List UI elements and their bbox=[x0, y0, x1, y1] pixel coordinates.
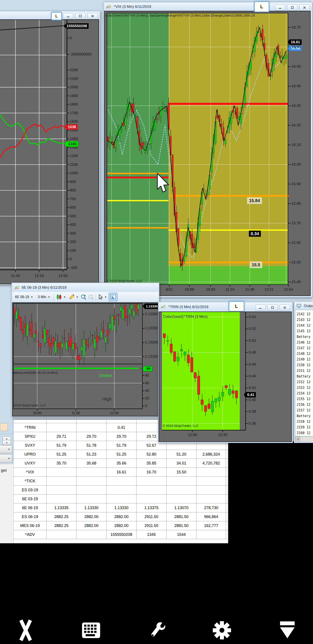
value-cell: 15.50 bbox=[167, 468, 197, 476]
zoom-in-button[interactable] bbox=[80, 294, 87, 300]
dropdown-select-1[interactable]: ▼ bbox=[0, 445, 12, 454]
adv-chart-area[interactable]: 0-20000000002200210020001900180017001600… bbox=[0, 19, 99, 284]
black-region-right bbox=[226, 441, 313, 544]
output-line: 2157 12 bbox=[297, 408, 313, 413]
snapshot-button[interactable] bbox=[109, 293, 117, 301]
axis-label: 0.50 bbox=[249, 338, 256, 343]
output-line: 2143 12 bbox=[297, 317, 313, 323]
axis-label: 900 bbox=[70, 180, 76, 184]
quantity-stepper[interactable]: ▲ ▼ bbox=[2, 436, 11, 445]
value-cell bbox=[46, 494, 76, 503]
drawing-tools-button[interactable]: ▼ bbox=[68, 293, 79, 301]
output-content[interactable]: 2142 122143 122144 122145 12Battery2146 … bbox=[295, 310, 313, 436]
color-swatch-box[interactable] bbox=[0, 423, 8, 431]
window-title: ^TRIN (3 Min) 6/11/2019 bbox=[168, 305, 208, 309]
value-cell bbox=[167, 477, 197, 486]
value-cell: 2882.25 bbox=[46, 521, 76, 530]
symbol-cell: 6E 03-19 bbox=[14, 494, 46, 503]
axis-label: 15.50 bbox=[292, 260, 301, 265]
output-line: 2148 12 bbox=[297, 351, 313, 356]
output-line: 2160 12 bbox=[297, 430, 313, 436]
dropdown-select-2[interactable]: ▼ bbox=[0, 454, 12, 462]
value-cell bbox=[167, 494, 197, 503]
output-hscrollbar[interactable]: ◄ bbox=[295, 436, 313, 442]
sixe-chart-area[interactable]: BatteryLevel2(6E 06-19 (3 Min)) Online H… bbox=[12, 302, 158, 416]
value-cell bbox=[76, 477, 106, 486]
symbol-cell: MES 06-19 bbox=[14, 521, 46, 530]
scroll-left-arrow[interactable]: ◄ bbox=[296, 436, 300, 441]
table-row[interactable]: ES 06-192882.252882.002882.002911.502881… bbox=[14, 512, 228, 521]
minimize-button[interactable] bbox=[275, 4, 285, 11]
trin-chart-area[interactable]: ColorZone2(^TRIN (3 Min)) © 2019 NinjaTr… bbox=[159, 312, 292, 442]
output-line: Battery bbox=[297, 334, 313, 340]
value-cell: 51.25 bbox=[46, 450, 76, 459]
value-cell bbox=[46, 477, 76, 486]
chart-icon bbox=[160, 304, 167, 310]
chart-style-button[interactable]: ▼ bbox=[55, 293, 67, 301]
table-row[interactable]: ^VIX16.6116.7015.50 bbox=[14, 468, 228, 477]
table-row[interactable]: ES 03-19 bbox=[14, 486, 228, 494]
vix-price-badge-high: 16.61 bbox=[288, 40, 302, 45]
value-cell bbox=[167, 486, 197, 494]
close-button[interactable] bbox=[280, 304, 290, 311]
table-row[interactable]: ^TICK bbox=[14, 477, 228, 486]
axis-label: 0 bbox=[145, 404, 147, 408]
online-status-label: Online bbox=[99, 373, 112, 378]
time-label: 12:00 bbox=[106, 411, 123, 416]
stepper-down-icon[interactable]: ▼ bbox=[3, 441, 11, 445]
close-icon[interactable] bbox=[15, 618, 36, 642]
output-titlebar[interactable]: Output bbox=[295, 302, 313, 310]
maximize-button[interactable] bbox=[75, 13, 86, 19]
toolbar-separator bbox=[54, 294, 54, 300]
settings-gear-icon[interactable] bbox=[212, 618, 232, 642]
table-row[interactable]: MES 06-192882.252882.002882.002911.50288… bbox=[14, 521, 228, 530]
trin-chart-window: ^TRIN (3 Min) 6/11/2019 L ColorZone2(^TR… bbox=[158, 302, 293, 443]
symbol-cell: ES 06-19 bbox=[14, 512, 46, 521]
trin-link-button[interactable]: L bbox=[229, 301, 244, 312]
table-row[interactable]: 6E 03-19 bbox=[14, 494, 228, 504]
value-cell: 1.13335 bbox=[46, 504, 76, 512]
time-label: 11:43 bbox=[7, 274, 24, 278]
cursor-mode-button[interactable]: ▼ bbox=[97, 293, 108, 301]
symbol-cell: UPRO bbox=[14, 450, 46, 459]
value-cell: 2882.25 bbox=[46, 512, 76, 521]
instrument-selector[interactable]: 6E 06-19▼ bbox=[13, 293, 35, 301]
zoom-out-button[interactable] bbox=[88, 294, 94, 300]
axis-label: 1.13300 bbox=[145, 312, 158, 316]
table-row[interactable]: 6E 06-191.133351.133301.133301.133751.13… bbox=[14, 504, 228, 512]
interval-selector[interactable]: 3 Min▼ bbox=[36, 293, 52, 301]
adv-link-button[interactable]: L bbox=[51, 12, 62, 20]
symbol-cell: SPXU bbox=[14, 432, 46, 441]
value-cell: 52.80 bbox=[136, 450, 167, 459]
output-line: 2145 12 bbox=[297, 328, 313, 334]
value-cell: 4,720,782 bbox=[197, 459, 226, 468]
bottom-navigation-bar bbox=[0, 543, 313, 644]
level-label-mid: 0.34 bbox=[249, 230, 261, 237]
minimize-button[interactable] bbox=[255, 304, 266, 311]
table-row[interactable]: UVXY35.7035.6835.6635.8534.014,720,782 bbox=[14, 459, 228, 468]
time-label: 12:00 bbox=[184, 432, 201, 437]
axis-label: 0.38 bbox=[249, 409, 256, 414]
axis-label: 0.46 bbox=[249, 362, 256, 367]
axis-label: 16.60 bbox=[292, 44, 301, 50]
axis-label: 0.36 bbox=[249, 421, 256, 426]
close-button[interactable] bbox=[87, 13, 98, 19]
collapse-hide-icon[interactable] bbox=[277, 618, 298, 642]
vix-chart-area[interactable]: ColorZone2VIX(^VIX (3 Min)), basOpeningR… bbox=[104, 11, 311, 296]
table-row[interactable]: UPRO51.2551.2351.2552.8051.202,686,324 bbox=[14, 450, 228, 459]
chevron-down-icon: ▼ bbox=[63, 296, 66, 298]
maximize-button[interactable] bbox=[267, 304, 278, 311]
value-cell bbox=[136, 486, 167, 494]
axis-label: 15.60 bbox=[292, 240, 301, 245]
stepper-up-icon[interactable]: ▲ bbox=[3, 437, 11, 441]
maximize-button[interactable] bbox=[287, 4, 298, 11]
minimize-button[interactable] bbox=[63, 13, 73, 19]
vix-link-button[interactable]: L bbox=[254, 1, 269, 12]
keyboard-icon[interactable] bbox=[81, 618, 101, 642]
value-cell: 2881.50 bbox=[167, 521, 197, 530]
sixe-titlebar[interactable]: 6E 06-19 (3 Min) 6/11/2019 bbox=[12, 283, 159, 292]
tools-wrench-icon[interactable] bbox=[146, 618, 167, 642]
table-row[interactable]: ^ADV155555020813451544 bbox=[14, 530, 228, 539]
close-button[interactable] bbox=[299, 4, 310, 11]
axis-label: 16.00 bbox=[292, 162, 301, 167]
